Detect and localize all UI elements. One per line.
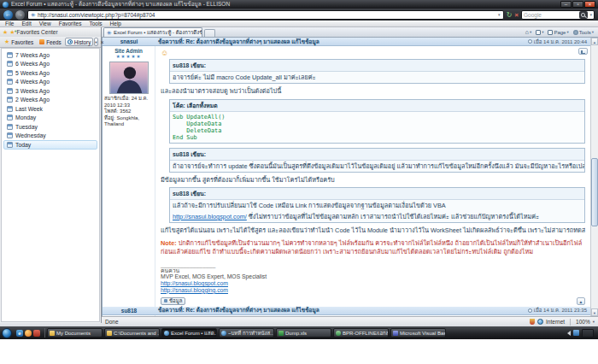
signature-link[interactable]: http://snasui.blogging.com (161, 287, 585, 294)
home-button[interactable]: ⌂ ▾ (525, 29, 532, 35)
taskbar-button-my-documents[interactable]: My Documents (47, 328, 103, 338)
tools-icon (573, 30, 578, 35)
post-header: snasui ข้อความที่: Re: ต้องการดึงข้อมูลจ… (103, 38, 590, 46)
history-list: 7 Weeks Ago 6 Weeks Ago 5 Weeks Ago 4 We… (1, 48, 100, 322)
feeds-icon (39, 39, 44, 44)
post-header: su818 ข้อความที่: Re: ต้องการดึงข้อมูลจา… (103, 307, 590, 315)
post-date: เมื่อ 14 ม.ค. 2011 20:44 (525, 38, 590, 46)
history-item-today[interactable]: Today (3, 140, 97, 150)
menu-favorites[interactable]: Favorites (59, 21, 82, 26)
vertical-scrollbar[interactable]: ▴ ▾ (590, 38, 598, 316)
scroll-down-icon[interactable]: ▾ (591, 308, 598, 316)
search-dropdown-icon[interactable]: ▾ (589, 12, 592, 17)
menu-file[interactable]: File (5, 21, 14, 26)
favorites-center-header: ★ ★+ Favorites Center (0, 27, 101, 37)
history-item[interactable]: 2 Weeks Ago (3, 96, 97, 105)
blogspot-link[interactable]: http://snasui.blogspot.com/ (173, 213, 247, 220)
history-item[interactable]: 5 Weeks Ago (3, 68, 97, 78)
history-item[interactable]: Tuesday (3, 122, 97, 132)
back-to-top-button[interactable]: ▴ (577, 297, 585, 305)
tray-expand-icon[interactable] (567, 331, 571, 336)
back-button[interactable]: ← (3, 10, 13, 20)
tab-bar: ✳ Excel Forum • แสดงกระทู้ - ต้องการดึงข… (102, 27, 598, 38)
post-paragraph: มีข้อมูลมากขึ้น สูตรที่ต้องมาก็เพิ่มมากข… (161, 176, 585, 185)
refresh-button[interactable]: ↻ (507, 10, 513, 20)
history-tab[interactable]: History (65, 38, 94, 46)
signature: _________________ คนควน MVP Excel, MOS E… (161, 262, 585, 294)
zoom-level[interactable]: 100% (576, 319, 590, 325)
quick-launch-browser-icon[interactable] (25, 330, 32, 337)
tools-menu-button[interactable]: Tools ▾ (573, 30, 594, 35)
history-item[interactable]: 4 Weeks Ago (3, 78, 97, 87)
post-subject[interactable]: ข้อความที่: Re: ต้องการดึงข้อมูลจากที่ต่… (155, 306, 525, 314)
favorites-center-star-icon[interactable]: ★ (3, 29, 8, 36)
calendar-icon (7, 97, 13, 103)
taskbar-button-dump-xls[interactable]: Dump.xls (276, 328, 331, 338)
avatar[interactable] (109, 62, 149, 94)
history-item[interactable]: 7 Weeks Ago (3, 50, 97, 60)
signature-title: MVP Excel, MOS Expert, MOS Specialist (161, 273, 585, 280)
quote-author: su818 เขียน: (170, 149, 584, 161)
calendar-icon (7, 106, 13, 112)
history-item[interactable]: Last Week (3, 104, 97, 114)
stop-button[interactable]: × (514, 10, 519, 20)
menu-help[interactable]: Help (110, 21, 121, 26)
history-item[interactable]: 3 Weeks Ago (3, 86, 97, 96)
taskbar-button-browser-page[interactable]: ~บทที่ การทำหนังส... (219, 328, 274, 338)
tray-clock[interactable] (582, 329, 594, 338)
clock-icon (528, 308, 532, 313)
user-panel: Site Admin ★★★★★ สมาชิกเมื่อ: 24 ม.ค. 20… (103, 46, 155, 307)
internet-zone-label: Internet (546, 319, 565, 325)
taskbar-button-bpr-offline[interactable]: BPR-OFFLINE/เอกสา... (333, 328, 389, 338)
taskbar-button-excel-forum[interactable]: Excel Forum • แสด... (161, 328, 217, 338)
tab-excel-forum[interactable]: ✳ Excel Forum • แสดงกระทู้ - ต้องการดึงข… (103, 27, 202, 37)
page-menu-button[interactable]: Page ▾ (548, 30, 568, 35)
favorites-center-title: Favorites Center (17, 29, 58, 35)
taskbar-button-documents[interactable]: C:\Documents and ... (104, 328, 160, 338)
user-details: สมาชิกเมื่อ: 24 ม.ค. 2010 12:33 โพสต์: 3… (104, 96, 153, 128)
address-dropdown-icon[interactable]: ▾ (498, 12, 501, 17)
new-tab-button[interactable] (204, 29, 215, 37)
add-to-favorites-icon[interactable]: ★+ (9, 29, 15, 36)
rank-stars-icon: ★★★★★ (104, 54, 153, 60)
close-panel-icon[interactable]: × (99, 39, 106, 45)
history-item[interactable]: Monday (3, 114, 97, 123)
menu-view[interactable]: View (39, 21, 51, 26)
quote-text: ถ้าอาจารย์จะทำการ update ซึ่งตอนนี้มันเป… (170, 161, 584, 172)
close-button[interactable]: × (584, 1, 595, 8)
maximize-button[interactable]: ▫ (572, 1, 583, 8)
menu-edit[interactable]: Edit (21, 21, 31, 26)
history-item[interactable]: Wednesday (3, 132, 97, 141)
code-header[interactable]: โค้ด: เลือกทั้งหมด (170, 100, 584, 112)
scrollbar-thumb[interactable] (591, 158, 598, 226)
history-dropdown-button[interactable]: ▾ (94, 38, 97, 46)
reply-with-quote-button[interactable] (578, 48, 588, 55)
forward-button[interactable]: → (15, 10, 25, 20)
quick-launch-app-icon[interactable] (33, 330, 40, 337)
feeds-tab[interactable]: Feeds (37, 38, 64, 46)
menu-tools[interactable]: Tools (89, 21, 102, 26)
post-body: ☺ su818 เขียน: อาจารย์ค่ะ ไม่มี macro Co… (155, 46, 590, 307)
quick-launch-ie-icon[interactable]: e (16, 330, 23, 337)
favorites-tab[interactable]: ★ Favorites (2, 38, 36, 46)
address-bar[interactable]: ✳ http://snasui.com/viewtopic.php?p=8704… (27, 10, 504, 20)
post-author[interactable]: snasui (103, 38, 155, 44)
search-icon[interactable] (579, 11, 588, 19)
signature-link[interactable]: http://snasui.blogspot.com (161, 280, 585, 287)
start-button[interactable] (2, 328, 12, 338)
taskbar-button-visual-basic[interactable]: Microsoft Visual Bas... (390, 328, 446, 338)
home-caret-icon: ▾ (530, 30, 531, 34)
profile-button[interactable]: ข้อมูล (161, 297, 185, 305)
zoom-caret-icon[interactable]: ▾ (593, 320, 595, 324)
post-subject[interactable]: ข้อความที่: Re: ต้องการดึงข้อมูลจากที่ต่… (155, 38, 525, 46)
tab-favicon: ✳ (107, 30, 112, 36)
status-right: Internet 100% ▾ (530, 319, 595, 326)
tray-network-icon[interactable] (573, 330, 579, 336)
history-item[interactable]: 6 Weeks Ago (3, 60, 97, 69)
scroll-up-icon[interactable]: ▴ (591, 38, 598, 45)
search-box[interactable]: Google ▾ (521, 10, 595, 20)
print-button[interactable]: ▾ (536, 30, 543, 35)
post-author[interactable]: su818 (103, 308, 155, 314)
minimize-button[interactable]: – (560, 1, 572, 8)
quote-author: su818 เขียน: (170, 188, 584, 200)
